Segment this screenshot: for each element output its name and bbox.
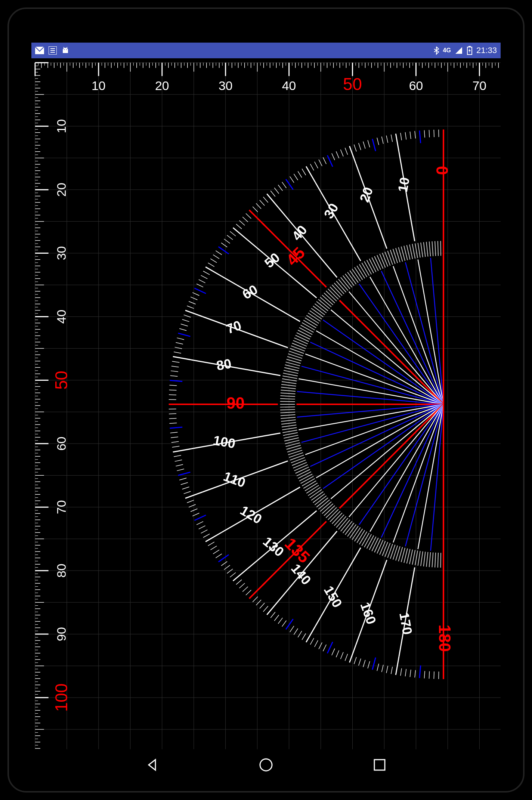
svg-line-454 [354,145,356,152]
svg-line-472 [278,185,282,191]
svg-line-619 [315,182,361,261]
svg-line-515 [173,356,191,360]
svg-line-750 [293,462,307,468]
svg-text:50: 50 [343,75,362,94]
svg-line-495 [205,267,222,276]
back-button[interactable] [144,757,161,773]
svg-line-554 [203,534,210,538]
svg-line-556 [208,542,214,546]
svg-line-805 [409,550,412,564]
svg-text:70: 70 [54,500,68,514]
ruler-protractor-canvas[interactable]: 1020304050607080901020304050607080901001… [31,58,501,750]
svg-line-612 [429,671,429,679]
svg-line-849 [381,404,443,538]
svg-line-444 [400,133,402,140]
svg-line-523 [169,395,176,395]
svg-line-567 [239,583,245,588]
svg-point-877 [260,759,272,771]
recent-button[interactable] [371,757,388,773]
svg-line-701 [297,333,310,339]
svg-line-477 [260,200,265,206]
svg-line-731 [281,415,296,416]
svg-text:30: 30 [219,78,233,93]
svg-line-700 [298,330,311,337]
svg-line-575 [267,600,279,615]
svg-line-533 [171,442,179,443]
svg-line-445 [396,134,399,152]
android-icon [61,46,69,55]
svg-line-580 [286,619,293,630]
svg-line-584 [302,633,306,640]
svg-text:20: 20 [357,185,376,204]
svg-line-853 [431,404,443,551]
svg-line-812 [429,552,430,567]
svg-line-440 [420,130,421,143]
svg-text:20: 20 [155,78,169,93]
svg-text:150: 150 [321,583,345,610]
home-button[interactable] [258,757,274,773]
svg-line-791 [372,538,378,551]
svg-line-609 [415,670,415,678]
svg-line-618 [356,164,387,249]
svg-line-491 [216,251,222,255]
svg-line-7 [64,47,64,48]
svg-line-631 [315,548,361,626]
svg-line-552 [199,526,205,529]
svg-line-493 [210,259,217,263]
svg-text:100: 100 [52,683,71,712]
svg-line-647 [415,243,418,258]
svg-line-539 [177,469,184,471]
svg-line-496 [203,271,210,275]
svg-line-720 [281,384,296,386]
svg-line-704 [293,340,307,346]
svg-line-732 [281,417,296,418]
svg-line-544 [184,491,191,494]
svg-line-756 [301,476,314,484]
svg-line-604 [391,667,393,674]
svg-line-624 [191,360,281,376]
svg-line-796 [385,543,390,557]
svg-line-806 [412,550,415,565]
svg-line-471 [282,182,287,188]
svg-line-597 [359,658,361,665]
svg-line-562 [224,565,230,570]
svg-line-718 [282,379,297,381]
svg-line-476 [263,197,268,203]
svg-line-737 [282,430,297,433]
svg-line-739 [284,435,298,438]
svg-line-543 [182,487,189,489]
svg-line-453 [359,143,361,150]
svg-line-592 [336,651,339,657]
svg-line-810 [424,552,426,566]
svg-line-644 [424,242,426,257]
protractor[interactable]: 1020304050607080100110120130140150160170… [169,130,454,679]
svg-text:100: 100 [212,433,236,451]
svg-line-702 [296,335,309,342]
svg-line-638 [440,241,441,256]
svg-line-628 [222,487,300,532]
svg-line-519 [170,376,178,376]
svg-line-559 [216,554,222,558]
svg-line-658 [385,252,390,266]
svg-text:160: 160 [357,600,379,626]
svg-line-728 [280,407,295,407]
svg-line-643 [426,242,428,257]
svg-line-443 [405,132,406,140]
svg-line-807 [415,550,418,565]
svg-line-617 [399,152,415,241]
measurement-svg[interactable]: 1020304050607080901020304050607080901001… [31,58,501,750]
svg-line-528 [169,418,177,418]
svg-line-541 [179,478,186,480]
svg-line-462 [319,160,322,166]
svg-line-642 [429,241,430,256]
top-ruler: 102030405060708090 [35,63,501,94]
svg-line-564 [230,572,236,577]
svg-text:40: 40 [54,310,68,324]
svg-line-531 [170,432,178,433]
svg-line-707 [290,348,304,353]
svg-line-447 [386,136,388,143]
svg-line-787 [362,533,369,546]
svg-line-460 [327,155,332,167]
network-label: 4G [443,47,451,54]
svg-line-793 [377,540,383,553]
